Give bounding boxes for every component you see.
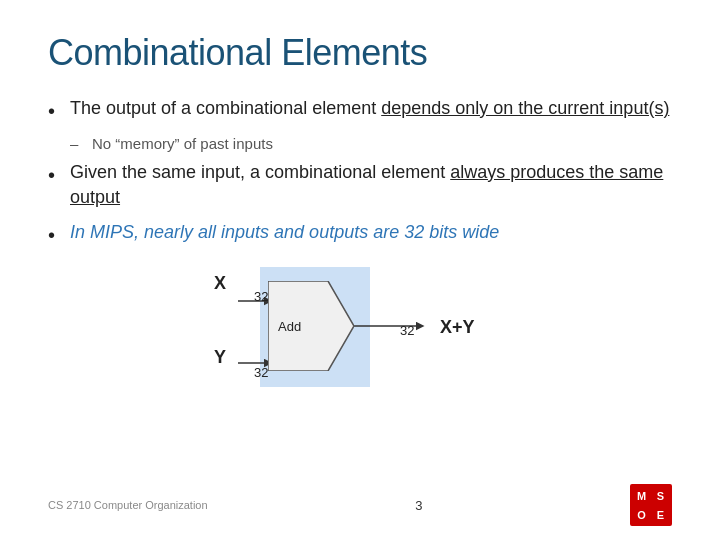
bullet-list: • The output of a combinational element … — [48, 96, 672, 249]
page-number: 3 — [415, 498, 422, 513]
bullet-dot-2: • — [48, 161, 70, 189]
bullet-text-3: In MIPS, nearly all inputs and outputs a… — [70, 220, 672, 245]
bullet-dot-1: • — [48, 97, 70, 125]
slide-title: Combinational Elements — [48, 32, 672, 74]
bullet-item-1: • The output of a combinational element … — [48, 96, 672, 125]
bullet-1-before: The output of a combinational element — [70, 98, 381, 118]
msoe-e: E — [651, 505, 670, 524]
diagram-area: Add X 32 Y 32 32 X+Y — [48, 267, 672, 397]
sub-dash-1: – — [70, 135, 92, 152]
msoe-o: O — [632, 505, 651, 524]
output-bits: 32 — [400, 323, 414, 338]
bullet-1-underline: depends only on the current input(s) — [381, 98, 669, 118]
sub-bullet-text-1: No “memory” of past inputs — [92, 135, 273, 152]
slide: Combinational Elements • The output of a… — [0, 0, 720, 540]
input2-bits: 32 — [254, 365, 268, 380]
bullet-dot-3: • — [48, 221, 70, 249]
msoe-s: S — [651, 486, 670, 505]
input1-bits: 32 — [254, 289, 268, 304]
msoe-m: M — [632, 486, 651, 505]
bullet-text-1: The output of a combinational element de… — [70, 96, 672, 121]
add-text: Add — [278, 319, 301, 334]
msoe-logo: M S O E — [630, 484, 672, 526]
footer-course: CS 2710 Computer Organization — [48, 499, 208, 511]
sub-bullet-1: – No “memory” of past inputs — [70, 135, 672, 152]
bullet-2-before: Given the same input, a combinational el… — [70, 162, 450, 182]
bullet-item-3: • In MIPS, nearly all inputs and outputs… — [48, 220, 672, 249]
bullet-text-2: Given the same input, a combinational el… — [70, 160, 672, 210]
output-label: X+Y — [440, 317, 475, 338]
msoe-box: M S O E — [630, 484, 672, 526]
input2-label: Y — [214, 347, 226, 368]
diagram-container: Add X 32 Y 32 32 X+Y — [200, 267, 520, 397]
input1-label: X — [214, 273, 226, 294]
footer: CS 2710 Computer Organization 3 M S O E — [0, 484, 720, 526]
bullet-item-2: • Given the same input, a combinational … — [48, 160, 672, 210]
